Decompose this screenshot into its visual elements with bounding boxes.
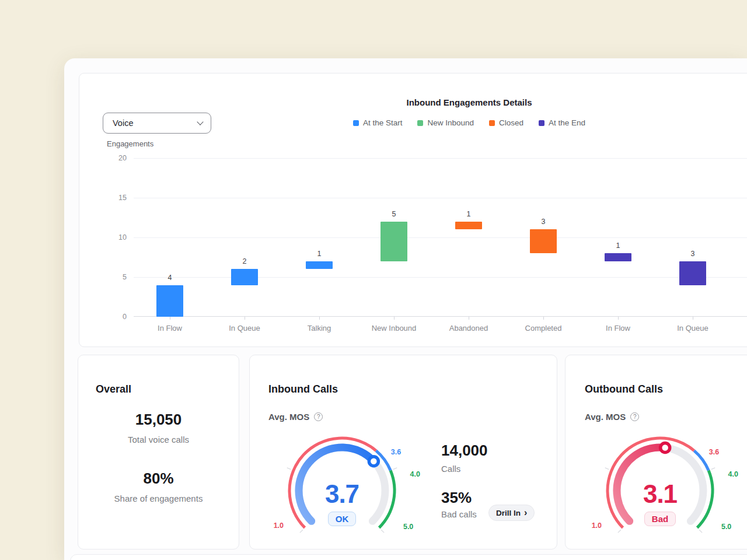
- drill-in-button[interactable]: Drill In ›: [488, 505, 535, 521]
- x-axis-tick: [245, 317, 245, 320]
- y-axis-ticks: 05101520: [79, 158, 127, 317]
- avg-mos-label-row: Avg. MOS ?: [585, 412, 639, 422]
- legend-swatch-icon: [539, 120, 544, 126]
- bar-at-the-start[interactable]: [306, 261, 333, 270]
- bar-plot: 42151313: [134, 158, 747, 317]
- engagements-chart-card: Inbound Engagements Details Voice At the…: [79, 73, 747, 347]
- help-icon[interactable]: ?: [314, 412, 323, 421]
- y-tick-label: 0: [123, 313, 127, 321]
- avg-mos-label-row: Avg. MOS ?: [268, 412, 323, 422]
- outbound-mos-gauge: 3.1 Bad 1.03.64.05.0: [590, 436, 747, 544]
- share-of-engagements-label: Share of engagements: [78, 494, 239, 503]
- bar-at-the-end[interactable]: [605, 253, 631, 261]
- legend-label: At the End: [549, 118, 585, 127]
- bar-value-label: 2: [243, 257, 247, 265]
- bad-calls-label: Bad calls: [441, 509, 477, 519]
- gridline: [134, 198, 747, 198]
- overall-card: Overall 15,050 Total voice calls 80% Sha…: [78, 355, 239, 550]
- legend-label: New Inbound: [427, 118, 474, 127]
- bar-closed[interactable]: [455, 222, 482, 230]
- bar-at-the-start[interactable]: [231, 269, 258, 285]
- bar-value-label: 3: [691, 250, 695, 258]
- bar-value-label: 3: [542, 218, 546, 226]
- x-axis-tick: [618, 317, 619, 320]
- legend-label: Closed: [499, 118, 523, 127]
- x-axis-labels: In FlowIn QueueTalkingNew InboundAbandon…: [134, 324, 747, 335]
- bar-at-the-start[interactable]: [156, 285, 183, 317]
- x-axis-label: In Queue: [229, 324, 260, 332]
- avg-mos-label: Avg. MOS: [268, 412, 309, 422]
- calls-count-value: 14,000: [441, 442, 488, 460]
- bar-value-label: 1: [467, 210, 471, 218]
- svg-text:4.0: 4.0: [728, 470, 738, 478]
- x-axis-label: Talking: [308, 324, 331, 332]
- bar-new-inbound[interactable]: [381, 222, 407, 261]
- x-axis-label: Completed: [525, 324, 562, 332]
- gridline: [134, 158, 747, 159]
- inbound-card-title: Inbound Calls: [268, 383, 338, 396]
- legend-label: At the Start: [363, 118, 403, 127]
- x-axis-tick: [543, 317, 544, 320]
- chart-title: Inbound Engagements Details: [79, 97, 747, 107]
- gauge-value: 3.1: [590, 480, 730, 509]
- next-row-card-peek: [70, 554, 747, 560]
- y-tick-label: 15: [118, 194, 127, 202]
- y-axis-title: Engagements: [107, 139, 153, 148]
- legend-swatch-icon: [489, 120, 495, 126]
- x-axis-tick: [319, 317, 320, 320]
- gridline: [134, 277, 747, 278]
- status-badge: OK: [328, 512, 357, 526]
- total-voice-calls-label: Total voice calls: [78, 435, 239, 444]
- outbound-calls-card: Outbound Calls Avg. MOS ? 3.1 Bad 1.03.6…: [565, 355, 747, 550]
- x-axis-tick: [394, 317, 395, 320]
- legend-item-closed[interactable]: Closed: [489, 118, 523, 127]
- x-axis-label: In Queue: [677, 324, 708, 332]
- legend-swatch-icon: [417, 120, 423, 126]
- app-window: Inbound Engagements Details Voice At the…: [64, 58, 747, 560]
- total-voice-calls-value: 15,050: [78, 411, 239, 429]
- overall-card-title: Overall: [96, 383, 131, 396]
- y-tick-label: 20: [118, 154, 127, 162]
- bar-value-label: 5: [392, 210, 396, 218]
- legend-item-at-the-start[interactable]: At the Start: [353, 118, 403, 127]
- legend-swatch-icon: [353, 120, 359, 126]
- gridline: [134, 237, 747, 238]
- bar-closed[interactable]: [530, 229, 557, 253]
- legend-item-new-inbound[interactable]: New Inbound: [417, 118, 474, 127]
- legend-item-at-the-end[interactable]: At the End: [539, 118, 585, 127]
- gauge-status-wrap: OK: [272, 512, 412, 526]
- chart-legend: At the StartNew InboundClosedAt the End: [79, 118, 747, 127]
- x-axis-label: New Inbound: [372, 324, 417, 332]
- avg-mos-label: Avg. MOS: [585, 412, 626, 422]
- x-axis-tick: [469, 317, 469, 320]
- x-axis-tick: [170, 317, 170, 320]
- gauge-status-wrap: Bad: [590, 512, 730, 526]
- bad-calls-value: 35%: [441, 489, 472, 507]
- help-icon[interactable]: ?: [630, 412, 639, 421]
- outbound-card-title: Outbound Calls: [585, 383, 663, 396]
- bar-value-label: 4: [168, 274, 172, 282]
- x-axis-label: In Flow: [606, 324, 630, 332]
- chevron-right-icon: ›: [524, 508, 527, 517]
- bar-at-the-end[interactable]: [679, 261, 706, 285]
- drill-in-label: Drill In: [496, 509, 521, 517]
- inbound-calls-card: Inbound Calls Avg. MOS ? 3.7 OK 1.03.64.…: [249, 355, 557, 550]
- x-axis-tick: [693, 317, 693, 320]
- svg-text:3.6: 3.6: [391, 448, 401, 456]
- x-axis-label: In Flow: [158, 324, 182, 332]
- status-badge: Bad: [644, 512, 676, 526]
- inbound-mos-gauge: 3.7 OK 1.03.64.05.0: [272, 436, 435, 544]
- share-of-engagements-value: 80%: [78, 470, 239, 488]
- bar-value-label: 1: [317, 250, 322, 258]
- y-tick-label: 5: [123, 273, 127, 281]
- bar-value-label: 1: [616, 242, 620, 250]
- calls-count-label: Calls: [441, 464, 460, 474]
- svg-text:3.6: 3.6: [709, 448, 719, 456]
- y-tick-label: 10: [118, 233, 127, 242]
- gauge-value: 3.7: [272, 480, 412, 509]
- svg-text:4.0: 4.0: [410, 470, 420, 478]
- x-axis-label: Abandoned: [449, 324, 488, 332]
